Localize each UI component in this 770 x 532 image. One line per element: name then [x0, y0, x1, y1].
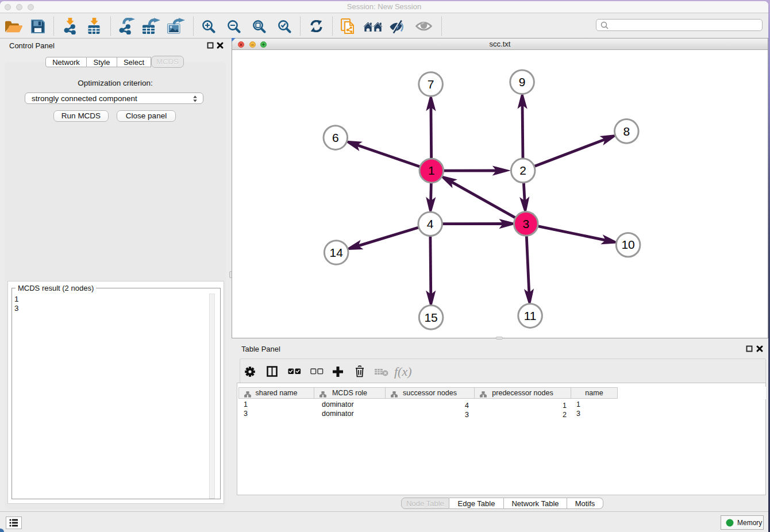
svg-text:15: 15: [424, 311, 437, 324]
svg-text:1: 1: [428, 164, 435, 177]
svg-text:9: 9: [519, 75, 526, 88]
svg-text:6: 6: [332, 131, 339, 144]
svg-text:7: 7: [428, 78, 434, 91]
svg-text:10: 10: [621, 238, 634, 251]
svg-text:14: 14: [330, 246, 344, 259]
svg-text:4: 4: [427, 217, 434, 230]
svg-text:3: 3: [522, 217, 529, 230]
svg-text:8: 8: [623, 125, 630, 138]
svg-text:2: 2: [519, 164, 526, 177]
svg-text:11: 11: [524, 309, 537, 322]
